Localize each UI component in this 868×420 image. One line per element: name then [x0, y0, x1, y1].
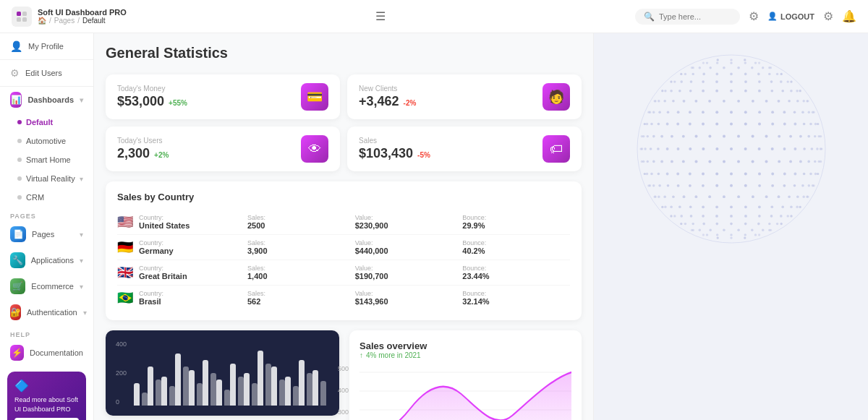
stat-clients-info: New Clients +3,462 -2% — [359, 85, 416, 109]
bar-y-labels: 400 200 0 — [116, 340, 131, 406]
svg-point-92 — [802, 196, 804, 198]
svg-point-169 — [783, 147, 786, 150]
svg-point-243 — [708, 100, 711, 103]
search-box[interactable]: 🔍 — [635, 9, 740, 25]
topnav-right: 🔍 ⚙ 👤 LOGOUT ⚙ 🔔 — [635, 9, 856, 25]
svg-point-65 — [689, 206, 692, 209]
svg-point-23 — [692, 229, 694, 231]
svg-point-106 — [758, 184, 761, 187]
sidebar-profile[interactable]: 👤 My Profile — [0, 33, 93, 60]
search-input[interactable] — [659, 12, 731, 21]
app-name: Soft UI Dashboard PRO — [38, 8, 127, 17]
svg-point-301 — [698, 67, 700, 69]
sidebar-item-smarthome[interactable]: Smart Home — [7, 150, 93, 169]
svg-point-182 — [681, 135, 684, 138]
stat-money-value: $53,000 — [117, 94, 164, 109]
svg-point-18 — [730, 233, 732, 236]
svg-point-137 — [646, 160, 648, 163]
svg-point-110 — [801, 184, 804, 187]
sidebar-item-auth[interactable]: 🔐 Authentication ▾ — [0, 299, 93, 325]
sidebar-item-applications[interactable]: 🔧 Applications ▾ — [0, 247, 93, 273]
sidebar-item-vr[interactable]: Virtual Reality ▾ — [7, 169, 93, 188]
svg-point-142 — [694, 160, 697, 163]
bar-chart-card: 400 200 0 — [106, 330, 339, 416]
sidebar-item-dashboards[interactable]: 📊 Dashboards ▾ — [0, 87, 93, 113]
svg-point-115 — [643, 173, 645, 175]
sidebar-item-docs[interactable]: ⚡ Documentation — [0, 340, 93, 366]
hamburger-icon[interactable]: ☰ — [375, 9, 386, 23]
svg-point-309 — [702, 62, 704, 64]
svg-point-84 — [708, 195, 711, 198]
main-content: General Statistics Today's Money $53,000… — [94, 33, 593, 420]
profile-label: My Profile — [28, 42, 64, 51]
sidebar-item-ecommerce[interactable]: 🛒 Ecommerce ▾ — [0, 273, 93, 299]
settings2-icon[interactable]: ⚙ — [823, 9, 833, 23]
svg-point-68 — [730, 205, 733, 208]
svg-point-54 — [758, 215, 761, 218]
svg-point-42 — [775, 223, 778, 225]
logout-button[interactable]: 👤 LOGOUT — [767, 12, 814, 21]
svg-point-233 — [807, 111, 809, 113]
svg-point-244 — [723, 100, 726, 103]
sidebar-item-crm[interactable]: CRM — [7, 188, 93, 207]
svg-point-171 — [803, 147, 806, 150]
sidebar-item-automotive[interactable]: Automotive — [7, 132, 93, 150]
svg-point-272 — [670, 81, 672, 83]
svg-rect-2 — [17, 17, 21, 22]
settings-icon[interactable]: ⚙ — [749, 9, 759, 23]
dot-default — [17, 120, 22, 124]
svg-point-262 — [730, 90, 733, 93]
stat-clients-change: -2% — [404, 99, 417, 107]
svg-point-273 — [673, 80, 676, 82]
svg-point-300 — [692, 67, 694, 69]
svg-point-12 — [730, 236, 732, 239]
svg-point-204 — [702, 123, 705, 126]
pages-arrow: ▾ — [80, 231, 83, 239]
stat-sales-icon: 🏷 — [542, 135, 570, 163]
sidebar-item-default[interactable]: Default — [7, 113, 93, 132]
line-chart-sub: ↑ 4% more in 2021 — [359, 351, 571, 359]
bell-icon[interactable]: 🔔 — [842, 9, 856, 23]
svg-point-116 — [645, 173, 647, 175]
svg-point-102 — [702, 184, 705, 187]
promo-text: Read more about Soft UI Dashboard PRO — [14, 395, 79, 413]
breadcrumb-current: Default — [82, 17, 106, 25]
svg-point-67 — [715, 205, 718, 208]
svg-point-98 — [658, 184, 661, 187]
svg-point-222 — [676, 111, 679, 113]
svg-point-20 — [754, 233, 756, 236]
svg-point-205 — [715, 123, 718, 126]
stat-money-label: Today's Money — [117, 85, 187, 93]
bar-group — [134, 383, 148, 406]
svg-point-120 — [676, 173, 679, 176]
vr-arrow: ▾ — [80, 175, 83, 183]
svg-point-188 — [765, 135, 767, 138]
dashboards-icon: 📊 — [10, 92, 22, 108]
applications-arrow: ▾ — [80, 257, 83, 265]
applications-icon: 🔧 — [10, 252, 25, 268]
svg-point-177 — [642, 135, 644, 137]
edit-icon: ⚙ — [10, 67, 20, 79]
sidebar-item-pages[interactable]: 📄 Pages ▾ — [0, 221, 93, 247]
svg-point-35 — [692, 223, 694, 225]
svg-point-78 — [654, 196, 656, 198]
svg-rect-0 — [17, 12, 21, 16]
bar-group — [244, 373, 258, 406]
page-title: General Statistics — [106, 45, 582, 61]
svg-point-73 — [790, 206, 793, 209]
svg-point-53 — [744, 215, 747, 218]
stat-card-money: Today's Money $53,000 +55% 💳 — [106, 74, 340, 119]
svg-point-99 — [666, 184, 669, 187]
svg-point-311 — [716, 61, 718, 64]
bar-group — [299, 360, 312, 406]
svg-point-265 — [770, 90, 773, 93]
crm-label: CRM — [26, 193, 44, 202]
vr-label: Virtual Reality — [26, 174, 75, 183]
svg-point-209 — [771, 123, 774, 126]
svg-point-145 — [737, 160, 740, 163]
line-chart-area: 500 400 300 200 100 — [359, 365, 571, 420]
svg-point-136 — [642, 160, 644, 163]
svg-point-125 — [744, 173, 746, 176]
sidebar-edit-users[interactable]: ⚙ Edit Users — [0, 60, 93, 87]
svg-point-117 — [650, 173, 653, 176]
